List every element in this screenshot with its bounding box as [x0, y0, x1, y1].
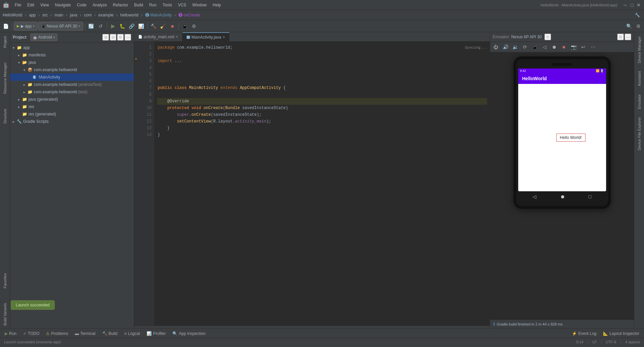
- refresh-btn[interactable]: ↺: [96, 22, 105, 31]
- status-position[interactable]: 9:14: [575, 340, 585, 344]
- bottom-tab-todo[interactable]: ✓ TODO: [20, 329, 43, 338]
- emulator-vol-down-btn[interactable]: 🔉: [511, 43, 520, 51]
- sidebar-build-variants-btn[interactable]: Build Variants: [2, 300, 8, 328]
- project-expand-all-btn[interactable]: ⊞: [102, 34, 109, 41]
- project-settings-btn[interactable]: ⚙: [117, 34, 124, 41]
- bottom-tab-problems[interactable]: ⚠ Problems: [43, 329, 71, 338]
- menu-window[interactable]: Window: [190, 2, 209, 8]
- emulator-close-tab[interactable]: ✕: [544, 34, 551, 40]
- menu-help[interactable]: Help: [210, 2, 224, 8]
- menu-code[interactable]: Code: [74, 2, 89, 8]
- sidebar-resource-manager-btn[interactable]: Resource Manager: [2, 60, 8, 97]
- status-indent[interactable]: 4 spaces: [624, 340, 641, 344]
- emulator-undo-btn[interactable]: ↩: [579, 43, 588, 51]
- breadcrumb-java[interactable]: java: [70, 13, 77, 17]
- menu-tools[interactable]: Tools: [160, 2, 175, 8]
- bottom-tab-logcat[interactable]: ≡ Logcat: [121, 329, 143, 338]
- sidebar-device-file-explorer-tab[interactable]: Device File Explorer: [635, 113, 643, 154]
- attach-debugger-btn[interactable]: 🔗: [127, 22, 136, 31]
- run-config-selector[interactable]: ▶ ▶ app ▾: [14, 22, 38, 31]
- close-button[interactable]: ✕: [636, 2, 641, 8]
- bottom-tab-build[interactable]: 🔨 Build: [99, 329, 121, 338]
- phone-home-btn[interactable]: ⏺: [560, 194, 565, 199]
- phone-recents-btn[interactable]: □: [589, 194, 591, 199]
- menu-view[interactable]: View: [38, 2, 52, 8]
- minimize-button[interactable]: ─: [623, 2, 628, 8]
- bottom-tab-layout-inspector[interactable]: 📐 Layout Inspector: [600, 329, 643, 338]
- menu-navigate[interactable]: Navigate: [52, 2, 73, 8]
- settings-btn[interactable]: ⚙: [634, 22, 643, 31]
- debug-btn[interactable]: 🐛: [118, 22, 127, 31]
- editor-tab-java[interactable]: C MainActivity.java ✕: [182, 32, 229, 42]
- menu-analyze[interactable]: Analyze: [90, 2, 110, 8]
- bottom-tab-event-log[interactable]: ⚡ Event Log: [569, 329, 600, 338]
- tree-item-manifests[interactable]: ▸ 📁 manifests: [10, 51, 134, 59]
- java-tab-close[interactable]: ✕: [222, 35, 225, 39]
- horizontal-scrollbar[interactable]: [134, 326, 490, 328]
- editor-tab-xml[interactable]: 📄 activity_main.xml ✕: [134, 32, 182, 42]
- emulator-vol-up-btn[interactable]: 🔊: [501, 43, 510, 51]
- stop-btn[interactable]: ■: [168, 22, 177, 31]
- gutter-fold-3[interactable]: ▸: [134, 55, 141, 62]
- tree-item-java-generated[interactable]: ▸ 📁 java (generated): [10, 96, 134, 103]
- emulator-home-btn[interactable]: ⏺: [550, 43, 558, 51]
- tree-item-res-generated[interactable]: ▸ 📁 res (generated): [10, 110, 134, 118]
- emulator-back-btn[interactable]: ◁: [540, 43, 549, 51]
- emulator-portrait-btn[interactable]: 📱: [530, 43, 539, 51]
- status-charset[interactable]: UTF-8: [604, 340, 618, 344]
- project-collapse-btn[interactable]: ⊟: [110, 34, 116, 41]
- sidebar-project-btn[interactable]: Project: [2, 34, 8, 50]
- tree-item-mainactivity[interactable]: ▸ C MainActivity: [10, 73, 134, 81]
- project-scope-selector[interactable]: 🤖 Android ▾: [31, 34, 57, 41]
- toolbar-recent-files[interactable]: 📄: [1, 22, 10, 31]
- code-content[interactable]: Syncing... package com.example.helloworl…: [154, 42, 490, 326]
- search-everywhere-btn[interactable]: 🔍: [625, 22, 633, 31]
- phone-back-btn[interactable]: ◁: [533, 194, 536, 199]
- project-minimize-btn[interactable]: —: [124, 34, 131, 41]
- emulator-rotate-btn[interactable]: ⟳: [521, 43, 529, 51]
- sidebar-device-manager-tab[interactable]: Device Manager: [635, 32, 643, 67]
- clean-btn[interactable]: 🧹: [159, 22, 167, 31]
- breadcrumb-main[interactable]: main: [55, 13, 63, 17]
- breadcrumb-example[interactable]: example: [98, 13, 113, 17]
- nav-settings-btn[interactable]: 🔧: [634, 12, 641, 18]
- maximize-button[interactable]: □: [629, 2, 635, 8]
- tree-item-res[interactable]: ▸ 📁 res: [10, 103, 134, 110]
- breadcrumb-src[interactable]: src: [43, 13, 48, 17]
- menu-vcs[interactable]: VCS: [175, 2, 189, 8]
- sidebar-structure-btn[interactable]: Structure: [2, 106, 8, 127]
- bottom-tab-terminal[interactable]: ▬ Terminal: [71, 329, 99, 338]
- emulator-settings-btn[interactable]: ⚙: [617, 34, 624, 40]
- breadcrumb-app[interactable]: app: [29, 13, 36, 17]
- tree-item-package-main[interactable]: ▾ 📦 com.example.helloworld: [10, 66, 134, 73]
- emulator-more-btn[interactable]: ⋯: [589, 43, 597, 51]
- emulator-minimize-btn[interactable]: —: [625, 34, 631, 40]
- tree-item-app[interactable]: ▾ 📁 app: [10, 44, 134, 51]
- sdk-manager-btn[interactable]: ⚙: [190, 22, 199, 31]
- breadcrumb-com[interactable]: com: [84, 13, 92, 17]
- emulator-screenshot-btn[interactable]: 📷: [569, 43, 578, 51]
- sync-project-btn[interactable]: 🔄: [87, 22, 96, 31]
- status-line-ending[interactable]: LF: [591, 340, 598, 344]
- breadcrumb-oncreate[interactable]: 🅜 onCreate: [178, 13, 200, 17]
- tree-item-gradle-scripts[interactable]: ▸ 🔧 Gradle Scripts: [10, 118, 134, 125]
- run-btn[interactable]: ▶: [109, 22, 117, 31]
- tree-item-package-test[interactable]: ▸ 📁 com.example.helloworld (test): [10, 88, 134, 96]
- device-selector[interactable]: 📱 Nexus 6P API 30 ▾: [38, 22, 83, 31]
- emulator-stop-btn[interactable]: ■: [559, 43, 568, 51]
- build-btn[interactable]: 🔨: [149, 22, 158, 31]
- bottom-tab-run[interactable]: ▶ Run: [1, 329, 20, 338]
- menu-file[interactable]: File: [12, 2, 24, 8]
- sidebar-assistant-tab[interactable]: Assistant: [635, 67, 643, 90]
- sidebar-favorites-btn[interactable]: Favorites: [2, 270, 8, 291]
- menu-refactor[interactable]: Refactor: [110, 2, 131, 8]
- menu-run[interactable]: Run: [147, 2, 159, 8]
- menu-build[interactable]: Build: [131, 2, 146, 8]
- profile-btn[interactable]: 📊: [137, 22, 146, 31]
- bottom-tab-app-inspection[interactable]: 🔍 App Inspection: [169, 329, 209, 338]
- breadcrumb-helloworld[interactable]: HelloWorld: [3, 13, 22, 17]
- menu-edit[interactable]: Edit: [24, 2, 37, 8]
- avd-manager-btn[interactable]: 📱: [180, 22, 189, 31]
- bottom-tab-profiler[interactable]: 📊 Profiler: [143, 329, 169, 338]
- tree-item-package-androidtest[interactable]: ▸ 📁 com.example.helloworld (androidTest): [10, 81, 134, 88]
